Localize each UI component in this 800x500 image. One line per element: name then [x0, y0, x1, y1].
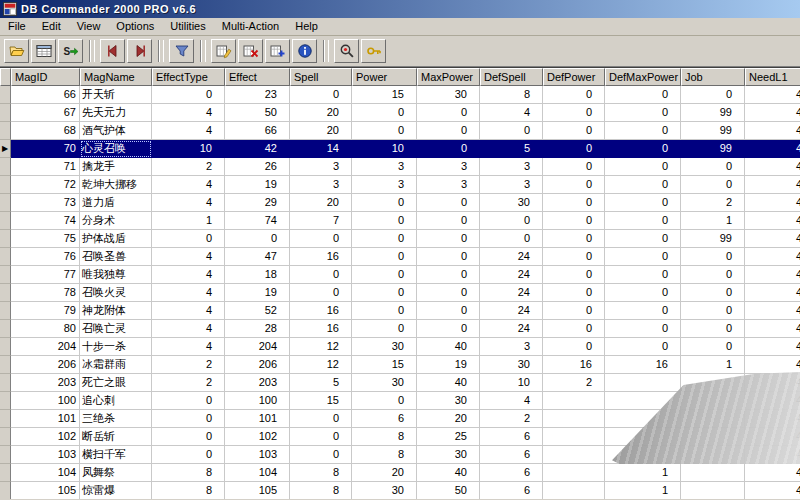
cell-defpower[interactable]: 0 — [543, 302, 605, 320]
cell-magid[interactable]: 73 — [11, 194, 80, 212]
cell-defmaxpower[interactable] — [605, 374, 681, 392]
cell-effecttype[interactable]: 8 — [152, 464, 225, 482]
cell-magid[interactable]: 66 — [11, 86, 80, 104]
column-header-needl1[interactable]: NeedL1 — [745, 68, 800, 86]
menu-item-view[interactable]: View — [69, 18, 109, 35]
cell-magname[interactable]: 冰霜群雨 — [80, 356, 152, 374]
cell-defspell[interactable]: 5 — [480, 140, 543, 158]
cell-defpower[interactable] — [543, 392, 605, 410]
cell-effecttype[interactable]: 0 — [152, 410, 225, 428]
cell-needl1[interactable]: 4 — [745, 482, 800, 499]
cell-effecttype[interactable]: 4 — [152, 338, 225, 356]
cell-maxpower[interactable]: 30 — [417, 446, 480, 464]
cell-power[interactable]: 30 — [352, 482, 417, 499]
cell-power[interactable]: 15 — [352, 356, 417, 374]
cell-defspell[interactable]: 3 — [480, 176, 543, 194]
cell-effecttype[interactable]: 0 — [152, 230, 225, 248]
cell-effecttype[interactable]: 4 — [152, 302, 225, 320]
cell-spell[interactable]: 7 — [290, 212, 352, 230]
cell-magname[interactable]: 神龙附体 — [80, 302, 152, 320]
column-header-effecttype[interactable]: EffectType — [152, 68, 225, 86]
cell-effect[interactable]: 29 — [225, 194, 290, 212]
search-button[interactable] — [334, 39, 359, 63]
cell-magid[interactable]: 103 — [11, 446, 80, 464]
cell-magid[interactable]: 203 — [11, 374, 80, 392]
cell-effect[interactable]: 104 — [225, 464, 290, 482]
cell-power[interactable]: 0 — [352, 284, 417, 302]
cell-effecttype[interactable]: 4 — [152, 104, 225, 122]
cell-effecttype[interactable]: 0 — [152, 392, 225, 410]
cell-defspell[interactable]: 30 — [480, 194, 543, 212]
cell-defmaxpower[interactable]: 0 — [605, 104, 681, 122]
cell-maxpower[interactable]: 20 — [417, 410, 480, 428]
cell-effecttype[interactable]: 0 — [152, 428, 225, 446]
cell-maxpower[interactable]: 0 — [417, 320, 480, 338]
cell-effect[interactable]: 18 — [225, 266, 290, 284]
cell-spell[interactable]: 16 — [290, 302, 352, 320]
cell-maxpower[interactable]: 40 — [417, 338, 480, 356]
menu-item-options[interactable]: Options — [108, 18, 162, 35]
cell-spell[interactable]: 8 — [290, 482, 352, 499]
cell-power[interactable]: 30 — [352, 374, 417, 392]
cell-magid[interactable]: 75 — [11, 230, 80, 248]
cell-defmaxpower[interactable]: 0 — [605, 266, 681, 284]
cell-defspell[interactable]: 10 — [480, 374, 543, 392]
table-row[interactable]: 68酒气护体4662000000994 — [0, 122, 800, 140]
cell-spell[interactable]: 0 — [290, 86, 352, 104]
menu-item-help[interactable]: Help — [287, 18, 326, 35]
cell-magid[interactable]: 102 — [11, 428, 80, 446]
cell-effect[interactable]: 26 — [225, 158, 290, 176]
cell-job[interactable]: 99 — [681, 104, 745, 122]
cell-defpower[interactable]: 0 — [543, 176, 605, 194]
cell-spell[interactable]: 3 — [290, 158, 352, 176]
cell-magname[interactable]: 凤舞祭 — [80, 464, 152, 482]
cell-effect[interactable]: 74 — [225, 212, 290, 230]
cell-magid[interactable]: 80 — [11, 320, 80, 338]
cell-job[interactable]: 0 — [681, 302, 745, 320]
cell-spell[interactable]: 0 — [290, 446, 352, 464]
column-header-spell[interactable]: Spell — [290, 68, 352, 86]
cell-defspell[interactable]: 24 — [480, 266, 543, 284]
column-header-magname[interactable]: MagName — [80, 68, 152, 86]
sql-query-button[interactable]: S — [58, 39, 83, 63]
open-folder-button[interactable] — [4, 39, 29, 63]
cell-magname[interactable]: 先天元力 — [80, 104, 152, 122]
table-row[interactable]: 73道力盾4292000300024 — [0, 194, 800, 212]
cell-magid[interactable]: 77 — [11, 266, 80, 284]
cell-power[interactable]: 20 — [352, 464, 417, 482]
menu-item-file[interactable]: File — [0, 18, 34, 35]
column-header-magid[interactable]: MagID — [11, 68, 80, 86]
cell-magid[interactable]: 206 — [11, 356, 80, 374]
cell-defmaxpower[interactable]: 0 — [605, 140, 681, 158]
cell-magid[interactable]: 104 — [11, 464, 80, 482]
menu-item-multi-action[interactable]: Multi-Action — [214, 18, 287, 35]
table-row[interactable]: 79神龙附体4521600240004 — [0, 302, 800, 320]
cell-defmaxpower[interactable]: 0 — [605, 158, 681, 176]
cell-spell[interactable]: 14 — [290, 140, 352, 158]
cell-effecttype[interactable]: 0 — [152, 446, 225, 464]
cell-spell[interactable]: 0 — [290, 428, 352, 446]
cell-defpower[interactable]: 2 — [543, 374, 605, 392]
edit-record-button[interactable] — [211, 39, 236, 63]
cell-effect[interactable]: 103 — [225, 446, 290, 464]
cell-needl1[interactable]: 4 — [745, 86, 800, 104]
table-view-button[interactable] — [31, 39, 56, 63]
cell-effect[interactable]: 47 — [225, 248, 290, 266]
delete-record-button[interactable] — [238, 39, 263, 63]
cell-effect[interactable]: 206 — [225, 356, 290, 374]
cell-defmaxpower[interactable]: 0 — [605, 320, 681, 338]
cell-effect[interactable]: 42 — [225, 140, 290, 158]
cell-defpower[interactable]: 0 — [543, 248, 605, 266]
column-header-defmaxpower[interactable]: DefMaxPower — [605, 68, 681, 86]
cell-needl1[interactable]: 4 — [745, 104, 800, 122]
table-row[interactable]: 76召唤圣兽4471600240004 — [0, 248, 800, 266]
cell-effect[interactable]: 66 — [225, 122, 290, 140]
cell-spell[interactable]: 20 — [290, 104, 352, 122]
cell-maxpower[interactable]: 0 — [417, 212, 480, 230]
key-button[interactable] — [361, 39, 386, 63]
cell-defmaxpower[interactable]: 0 — [605, 122, 681, 140]
column-header-defpower[interactable]: DefPower — [543, 68, 605, 86]
cell-effect[interactable]: 100 — [225, 392, 290, 410]
cell-defpower[interactable]: 0 — [543, 158, 605, 176]
cell-spell[interactable]: 0 — [290, 230, 352, 248]
